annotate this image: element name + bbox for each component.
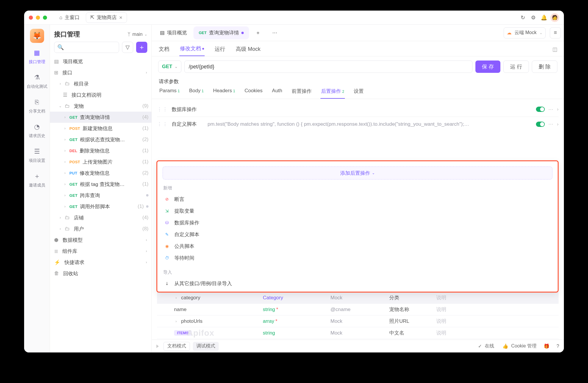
- tab-more[interactable]: ⋯: [267, 26, 283, 39]
- param-tab[interactable]: Headers1: [213, 88, 236, 99]
- window-tab-project[interactable]: ⇱ 宠物商店 ✕: [86, 13, 127, 23]
- param-tab[interactable]: Params1: [159, 88, 180, 99]
- tree-item[interactable]: ☰接口文档说明: [50, 89, 151, 100]
- run-button[interactable]: 运 行: [503, 61, 529, 73]
- subtab-run[interactable]: 运行: [214, 46, 226, 56]
- url-input[interactable]: /pet/{petId}: [184, 61, 472, 73]
- ptab-label: Headers: [213, 88, 232, 93]
- popover-item[interactable]: ⇲提取变量: [163, 205, 552, 217]
- tab-api[interactable]: GET 查询宠物详情: [193, 26, 249, 39]
- save-button[interactable]: 保 存: [475, 61, 500, 73]
- param-tab[interactable]: Cookies: [244, 88, 263, 99]
- cookie-manage[interactable]: Cookie 管理: [511, 343, 537, 349]
- popover-item[interactable]: ⏱等待时间: [163, 252, 552, 264]
- rail-settings[interactable]: ☰ 项目设置: [26, 145, 48, 166]
- schema-row[interactable]: ›photoUrlsarray*Mock照片URL说明: [157, 315, 559, 327]
- tree-api-item[interactable]: ›GET根据 tag 查找宠物…(1): [50, 179, 151, 190]
- rail-share[interactable]: ⎘ 分享文档: [26, 95, 48, 117]
- more-icon[interactable]: ⋯: [548, 106, 553, 112]
- collapse-icon[interactable]: [156, 345, 159, 348]
- schema-row[interactable]: namestring*@cname宠物名称说明: [157, 304, 559, 315]
- rail-history[interactable]: ◔ 请求历史: [26, 120, 48, 142]
- more-icon[interactable]: ⋯: [548, 121, 553, 127]
- tab-overview[interactable]: ▤ 项目概览: [155, 26, 192, 39]
- branch-name: main: [132, 32, 143, 37]
- search-icon: 🔍: [57, 44, 64, 51]
- subtab-mock[interactable]: 高级 Mock: [235, 46, 261, 56]
- tab-new[interactable]: ＋: [250, 26, 266, 39]
- tree-item[interactable]: ▤项目概览: [50, 56, 151, 67]
- tree-api-item[interactable]: ›GET跨库查询: [50, 190, 151, 201]
- chevron-right-icon[interactable]: ›: [557, 106, 559, 112]
- tree-item[interactable]: ≣组件库›: [50, 246, 151, 257]
- bell-icon[interactable]: 🔔: [540, 14, 548, 22]
- mode-debug-button[interactable]: 调试模式: [193, 342, 219, 351]
- chevron-right-icon: ›: [63, 193, 67, 197]
- drag-icon[interactable]: ⋮⋮: [157, 121, 168, 127]
- tree-api-item[interactable]: ›PUT修改宠物信息(2): [50, 167, 151, 179]
- tree-item[interactable]: ›🗀根目录: [50, 78, 151, 89]
- gift-icon[interactable]: 🎁: [544, 343, 549, 349]
- ptab-label: 设置: [354, 88, 364, 94]
- mode-doc-button[interactable]: 文档模式: [163, 342, 190, 351]
- subtab-edit[interactable]: 修改文档: [179, 45, 205, 56]
- tree-item[interactable]: ⚡快捷请求›: [50, 257, 151, 268]
- tree-api-item[interactable]: ›POST新建宠物信息(1): [50, 123, 151, 134]
- rail-api[interactable]: ▦ 接口管理: [26, 46, 48, 68]
- tree-item[interactable]: ⊞接口›: [50, 67, 151, 78]
- tree-api-item[interactable]: ›GET调用外部脚本(1): [50, 201, 151, 212]
- maximize-window-icon[interactable]: [43, 16, 47, 20]
- popover-item[interactable]: ⊘断言: [163, 193, 552, 205]
- settings-icon[interactable]: ⚙: [529, 14, 537, 22]
- op-toggle[interactable]: [536, 107, 545, 112]
- delete-button[interactable]: 删 除: [532, 61, 557, 73]
- avatar[interactable]: 🧑: [550, 13, 559, 22]
- branch-select[interactable]: ᛘ main ⌄: [128, 32, 147, 37]
- popover-item[interactable]: ◉公共脚本: [163, 240, 552, 252]
- op-toggle[interactable]: [536, 122, 545, 127]
- popover-item[interactable]: ⛁数据库操作: [163, 217, 552, 229]
- menu-button[interactable]: ≡: [550, 27, 561, 38]
- tree-item[interactable]: ⬢数据模型›: [50, 234, 151, 246]
- schema-row[interactable]: ›categoryCategoryMock分类说明: [157, 292, 559, 304]
- add-button[interactable]: ＋: [136, 42, 147, 53]
- op-row-script[interactable]: ⋮⋮ 自定义脚本 pm.test("Body matches string", …: [157, 117, 559, 131]
- rail-invite[interactable]: ＋ 邀请成员: [26, 169, 48, 191]
- tree-item[interactable]: ⌄🗀宠物(9): [50, 100, 151, 112]
- param-tab[interactable]: 前置操作: [291, 88, 312, 99]
- filter-button[interactable]: ▽: [122, 42, 133, 53]
- refresh-icon[interactable]: ↻: [519, 14, 527, 22]
- panel-icon[interactable]: ◫: [552, 46, 557, 56]
- schema-mock: Mock: [330, 318, 389, 324]
- add-post-op-button[interactable]: 添加后置操作 ⌄: [163, 167, 552, 179]
- tree-api-item[interactable]: ›DEL删除宠物信息(1): [50, 145, 151, 156]
- tree-item[interactable]: 🗑回收站: [50, 268, 151, 279]
- search-input[interactable]: 🔍: [54, 42, 119, 53]
- close-tab-icon[interactable]: ✕: [119, 15, 123, 20]
- param-tab[interactable]: Body1: [188, 88, 204, 99]
- tree-label: 接口: [62, 69, 140, 76]
- popover-item[interactable]: ⤓从其它接口/用例/目录导入: [163, 278, 552, 289]
- subtab-doc[interactable]: 文档: [158, 46, 170, 56]
- help-icon[interactable]: ?: [557, 344, 559, 349]
- param-tab[interactable]: 后置操作2: [320, 88, 345, 99]
- tree-api-item[interactable]: ›GET查询宠物详情(4): [50, 112, 151, 123]
- minimize-window-icon[interactable]: [36, 16, 40, 20]
- rail-automation[interactable]: ⚗ 自动化测试: [26, 70, 48, 92]
- editor-subtabs: 文档 修改文档 运行 高级 Mock ◫: [152, 41, 564, 56]
- tree-item[interactable]: ›🗀店铺(4): [50, 212, 151, 223]
- param-tab[interactable]: 设置: [353, 88, 364, 99]
- close-window-icon[interactable]: [29, 16, 33, 20]
- tree-item[interactable]: ›🗀用户(8): [50, 223, 151, 234]
- method-select[interactable]: GET ⌄: [158, 61, 181, 73]
- drag-icon[interactable]: ⋮⋮: [157, 106, 168, 112]
- param-tab[interactable]: Auth: [271, 88, 283, 99]
- chevron-right-icon[interactable]: ›: [557, 121, 559, 127]
- mock-select[interactable]: ☁ 云端 Mock ⌄: [504, 27, 546, 38]
- tree-api-item[interactable]: ›POST上传宠物图片(1): [50, 156, 151, 167]
- op-row-db[interactable]: ⋮⋮ 数据库操作 ⋯ ›: [157, 102, 559, 117]
- window-tab-main[interactable]: ⌂ 主窗口: [55, 13, 84, 23]
- tree-api-item[interactable]: ›GET根据状态查找宠物…(2): [50, 134, 151, 145]
- popover-item[interactable]: ✎自定义脚本: [163, 229, 552, 240]
- schema-row[interactable]: ITEMSstringMock中文名说明: [157, 327, 559, 339]
